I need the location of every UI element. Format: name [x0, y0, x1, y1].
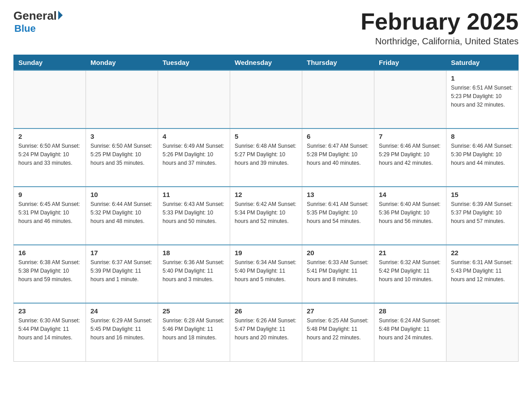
calendar-cell: 18Sunrise: 6:36 AM Sunset: 5:40 PM Dayli… [158, 245, 230, 303]
day-info: Sunrise: 6:26 AM Sunset: 5:47 PM Dayligh… [235, 317, 297, 342]
calendar-cell: 13Sunrise: 6:41 AM Sunset: 5:35 PM Dayli… [302, 187, 374, 245]
day-info: Sunrise: 6:28 AM Sunset: 5:46 PM Dayligh… [163, 317, 225, 342]
day-number: 18 [163, 249, 225, 257]
day-info: Sunrise: 6:24 AM Sunset: 5:48 PM Dayligh… [379, 317, 442, 342]
calendar-body: 1Sunrise: 6:51 AM Sunset: 5:23 PM Daylig… [14, 70, 519, 361]
day-info: Sunrise: 6:47 AM Sunset: 5:28 PM Dayligh… [307, 142, 369, 167]
calendar-header: SundayMondayTuesdayWednesdayThursdayFrid… [14, 55, 519, 71]
subtitle: Northridge, California, United States [360, 36, 519, 47]
day-number: 20 [307, 249, 369, 257]
day-number: 10 [90, 191, 153, 198]
day-number: 13 [307, 191, 369, 198]
calendar-cell [230, 70, 302, 128]
day-info: Sunrise: 6:50 AM Sunset: 5:24 PM Dayligh… [18, 142, 81, 167]
calendar-cell: 7Sunrise: 6:46 AM Sunset: 5:29 PM Daylig… [374, 128, 446, 187]
week-row-1: 2Sunrise: 6:50 AM Sunset: 5:24 PM Daylig… [14, 128, 519, 187]
day-info: Sunrise: 6:33 AM Sunset: 5:41 PM Dayligh… [307, 258, 369, 284]
calendar-cell: 12Sunrise: 6:42 AM Sunset: 5:34 PM Dayli… [230, 187, 302, 245]
calendar-cell: 20Sunrise: 6:33 AM Sunset: 5:41 PM Dayli… [302, 245, 374, 303]
calendar-cell: 23Sunrise: 6:30 AM Sunset: 5:44 PM Dayli… [14, 303, 86, 361]
week-row-2: 9Sunrise: 6:45 AM Sunset: 5:31 PM Daylig… [14, 187, 519, 245]
day-info: Sunrise: 6:45 AM Sunset: 5:31 PM Dayligh… [18, 200, 81, 226]
header-day-wednesday: Wednesday [230, 55, 302, 71]
day-number: 9 [18, 191, 81, 198]
calendar-cell: 16Sunrise: 6:38 AM Sunset: 5:38 PM Dayli… [14, 245, 86, 303]
calendar-cell: 2Sunrise: 6:50 AM Sunset: 5:24 PM Daylig… [14, 128, 86, 187]
day-number: 3 [90, 133, 153, 140]
day-number: 14 [379, 191, 442, 198]
day-info: Sunrise: 6:48 AM Sunset: 5:27 PM Dayligh… [235, 142, 297, 167]
day-number: 15 [451, 191, 514, 198]
day-number: 24 [90, 307, 153, 315]
main-title: February 2025 [360, 9, 519, 34]
day-number: 7 [379, 133, 442, 140]
header-day-friday: Friday [374, 55, 446, 71]
header-day-tuesday: Tuesday [158, 55, 230, 71]
day-number: 23 [18, 307, 81, 315]
calendar-cell: 6Sunrise: 6:47 AM Sunset: 5:28 PM Daylig… [302, 128, 374, 187]
day-number: 2 [18, 133, 81, 140]
calendar-cell: 25Sunrise: 6:28 AM Sunset: 5:46 PM Dayli… [158, 303, 230, 361]
day-info: Sunrise: 6:31 AM Sunset: 5:43 PM Dayligh… [451, 258, 514, 284]
calendar-cell: 5Sunrise: 6:48 AM Sunset: 5:27 PM Daylig… [230, 128, 302, 187]
calendar-cell [302, 70, 374, 128]
calendar-table: SundayMondayTuesdayWednesdayThursdayFrid… [13, 55, 519, 362]
calendar-cell: 22Sunrise: 6:31 AM Sunset: 5:43 PM Dayli… [446, 245, 519, 303]
day-info: Sunrise: 6:46 AM Sunset: 5:30 PM Dayligh… [451, 142, 514, 167]
day-info: Sunrise: 6:44 AM Sunset: 5:32 PM Dayligh… [90, 200, 153, 226]
calendar-cell: 3Sunrise: 6:50 AM Sunset: 5:25 PM Daylig… [86, 128, 158, 187]
calendar-cell [374, 70, 446, 128]
day-info: Sunrise: 6:30 AM Sunset: 5:44 PM Dayligh… [18, 317, 81, 342]
calendar-cell: 4Sunrise: 6:49 AM Sunset: 5:26 PM Daylig… [158, 128, 230, 187]
calendar-cell: 15Sunrise: 6:39 AM Sunset: 5:37 PM Dayli… [446, 187, 519, 245]
calendar-cell: 17Sunrise: 6:37 AM Sunset: 5:39 PM Dayli… [86, 245, 158, 303]
calendar-cell [14, 70, 86, 128]
day-number: 17 [90, 249, 153, 257]
day-number: 12 [235, 191, 297, 198]
header-day-thursday: Thursday [302, 55, 374, 71]
day-number: 4 [163, 133, 225, 140]
calendar-cell: 9Sunrise: 6:45 AM Sunset: 5:31 PM Daylig… [14, 187, 86, 245]
calendar-cell: 11Sunrise: 6:43 AM Sunset: 5:33 PM Dayli… [158, 187, 230, 245]
calendar-cell [86, 70, 158, 128]
day-number: 5 [235, 133, 297, 140]
calendar-cell [158, 70, 230, 128]
day-info: Sunrise: 6:29 AM Sunset: 5:45 PM Dayligh… [90, 317, 153, 342]
day-info: Sunrise: 6:51 AM Sunset: 5:23 PM Dayligh… [451, 84, 514, 109]
header-day-monday: Monday [86, 55, 158, 71]
day-number: 19 [235, 249, 297, 257]
week-row-3: 16Sunrise: 6:38 AM Sunset: 5:38 PM Dayli… [14, 245, 519, 303]
calendar-cell: 1Sunrise: 6:51 AM Sunset: 5:23 PM Daylig… [446, 70, 519, 128]
day-number: 21 [379, 249, 442, 257]
day-number: 11 [163, 191, 225, 198]
logo-blue-text: Blue [14, 23, 36, 34]
day-info: Sunrise: 6:39 AM Sunset: 5:37 PM Dayligh… [451, 200, 514, 226]
calendar-cell: 19Sunrise: 6:34 AM Sunset: 5:40 PM Dayli… [230, 245, 302, 303]
day-info: Sunrise: 6:34 AM Sunset: 5:40 PM Dayligh… [235, 258, 297, 284]
week-row-4: 23Sunrise: 6:30 AM Sunset: 5:44 PM Dayli… [14, 303, 519, 361]
calendar-cell: 21Sunrise: 6:32 AM Sunset: 5:42 PM Dayli… [374, 245, 446, 303]
day-info: Sunrise: 6:32 AM Sunset: 5:42 PM Dayligh… [379, 258, 442, 284]
logo-general-text: General [13, 9, 57, 23]
calendar-cell [446, 303, 519, 361]
day-number: 27 [307, 307, 369, 315]
day-info: Sunrise: 6:36 AM Sunset: 5:40 PM Dayligh… [163, 258, 225, 284]
header-day-sunday: Sunday [14, 55, 86, 71]
day-number: 26 [235, 307, 297, 315]
calendar-cell: 10Sunrise: 6:44 AM Sunset: 5:32 PM Dayli… [86, 187, 158, 245]
day-number: 16 [18, 249, 81, 257]
day-info: Sunrise: 6:49 AM Sunset: 5:26 PM Dayligh… [163, 142, 225, 167]
day-info: Sunrise: 6:43 AM Sunset: 5:33 PM Dayligh… [163, 200, 225, 226]
header-row: SundayMondayTuesdayWednesdayThursdayFrid… [14, 55, 519, 71]
day-info: Sunrise: 6:40 AM Sunset: 5:36 PM Dayligh… [379, 200, 442, 226]
calendar-cell: 27Sunrise: 6:25 AM Sunset: 5:48 PM Dayli… [302, 303, 374, 361]
day-number: 1 [451, 74, 514, 82]
calendar-cell: 28Sunrise: 6:24 AM Sunset: 5:48 PM Dayli… [374, 303, 446, 361]
header: General Blue February 2025 Northridge, C… [13, 9, 519, 47]
logo: General Blue [13, 9, 63, 34]
day-info: Sunrise: 6:37 AM Sunset: 5:39 PM Dayligh… [90, 258, 153, 284]
day-info: Sunrise: 6:46 AM Sunset: 5:29 PM Dayligh… [379, 142, 442, 167]
day-number: 6 [307, 133, 369, 140]
calendar-cell: 8Sunrise: 6:46 AM Sunset: 5:30 PM Daylig… [446, 128, 519, 187]
day-info: Sunrise: 6:38 AM Sunset: 5:38 PM Dayligh… [18, 258, 81, 284]
